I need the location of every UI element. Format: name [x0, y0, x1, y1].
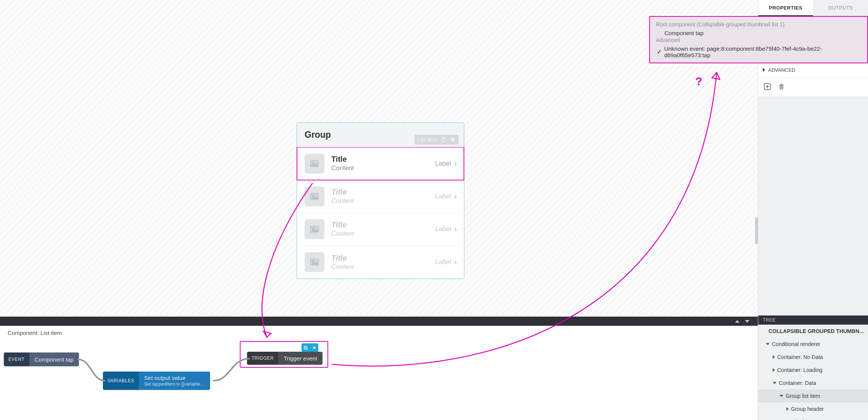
- group-header[interactable]: Group List item: [297, 123, 464, 147]
- node-variables-tag: VARIABLES: [103, 372, 139, 390]
- group-header-tag[interactable]: List item: [414, 135, 459, 145]
- svg-point-10: [312, 261, 314, 262]
- advanced-label: ADVANCED: [768, 67, 795, 73]
- popup-option-label: Component tap: [664, 30, 704, 36]
- trash-icon[interactable]: [778, 83, 785, 92]
- popup-option[interactable]: Component tap: [656, 29, 861, 37]
- svg-point-4: [312, 162, 314, 163]
- tree-row[interactable]: Container: No Data: [758, 351, 868, 364]
- tree-row-label: Container: Loading: [777, 367, 822, 373]
- sidebar-tabs: PROPERTIES OUTPUTS: [758, 0, 868, 16]
- tree-row[interactable]: Group list item: [758, 389, 868, 402]
- svg-point-8: [312, 227, 314, 229]
- tree-row-label: COLLAPSIBLE GROUPED THUMBN…: [769, 328, 865, 334]
- tree-row-label: Group header: [791, 406, 824, 412]
- tree-row-label: Container: Data: [779, 380, 816, 386]
- panel-resize-bar[interactable]: [0, 317, 758, 326]
- tab-outputs[interactable]: OUTPUTS: [813, 0, 868, 16]
- node-variables-line2: Set tappedItem to [[variable…: [144, 381, 205, 387]
- svg-rect-11: [304, 346, 306, 349]
- tree-row-label: Group list item: [786, 393, 820, 399]
- chevron-right-icon: [453, 259, 459, 265]
- design-canvas[interactable]: Group List item Title Content Label: [0, 0, 758, 317]
- popup-option[interactable]: ✓Unknown event: page:8:component:8be75f4…: [656, 45, 861, 59]
- list-item-title: Title: [331, 188, 435, 196]
- node-event-tag: EVENT: [4, 352, 29, 366]
- copy-icon[interactable]: [302, 343, 310, 352]
- svg-rect-12: [305, 347, 307, 349]
- list-item-content: Content: [331, 263, 435, 271]
- thumbnail-placeholder-icon: [305, 187, 324, 206]
- caret-down-icon[interactable]: [766, 343, 770, 345]
- caret-right-icon[interactable]: [773, 355, 775, 359]
- delete-icon[interactable]: [310, 343, 318, 352]
- list-item-content: Content: [331, 197, 435, 205]
- list-item-title: Title: [331, 254, 435, 262]
- tree-header: TREE: [758, 315, 868, 325]
- group-card[interactable]: Group List item Title Content Label: [297, 122, 464, 279]
- tree-row[interactable]: Container: Data: [758, 377, 868, 389]
- node-event-label: Component tap: [35, 356, 74, 363]
- list-item-title: Title: [331, 155, 435, 164]
- event-picker-popup[interactable]: Root component (Collapsible grouped thum…: [649, 16, 868, 63]
- list-item[interactable]: TitleContent Label: [297, 180, 464, 213]
- list-item-label: Label: [435, 160, 451, 167]
- list-item-label: Label: [435, 193, 451, 200]
- node-trigger-actions[interactable]: [302, 343, 318, 352]
- list-item-content: Content: [331, 230, 435, 238]
- properties-toolbar: [758, 78, 868, 97]
- collapse-down-icon[interactable]: [745, 320, 749, 323]
- caret-right-icon[interactable]: [773, 368, 775, 372]
- add-icon[interactable]: [764, 83, 771, 92]
- chevron-right-icon: [453, 227, 459, 232]
- caret-right-icon[interactable]: [786, 407, 789, 411]
- node-variables-line1: Set output value: [144, 375, 205, 381]
- node-trigger-label: Trigger event: [284, 355, 317, 362]
- annotation-question: ?: [695, 75, 702, 88]
- list-item-title: Title: [331, 220, 435, 229]
- chevron-right-icon: [453, 161, 459, 166]
- svg-rect-1: [443, 137, 444, 138]
- tree-row[interactable]: List item: [758, 415, 868, 420]
- chevron-right-icon: [453, 194, 459, 199]
- tree-row[interactable]: COLLAPSIBLE GROUPED THUMBN…: [758, 325, 868, 338]
- sidebar-resize-handle[interactable]: [755, 217, 758, 244]
- node-event[interactable]: EVENT Component tap: [4, 352, 79, 366]
- tree-row[interactable]: Group header: [758, 402, 868, 415]
- node-variables[interactable]: VARIABLES Set output value Set tappedIte…: [103, 372, 210, 390]
- popup-section: Root component (Collapsible grouped thum…: [656, 21, 861, 27]
- collapse-up-icon[interactable]: [735, 320, 740, 323]
- tree-row[interactable]: Conditional renderer: [758, 338, 868, 351]
- tree-row[interactable]: Container: Loading: [758, 364, 868, 377]
- thumbnail-placeholder-icon: [305, 154, 324, 174]
- thumbnail-placeholder-icon: [305, 219, 324, 239]
- advanced-section-toggle[interactable]: ADVANCED: [758, 62, 868, 77]
- tree-row-label: Conditional renderer: [772, 341, 820, 347]
- list-item[interactable]: TitleContent Label: [297, 213, 464, 246]
- popup-section: Advanced: [656, 37, 861, 43]
- list-item-content: Content: [331, 164, 435, 172]
- caret-down-icon[interactable]: [780, 395, 783, 397]
- thumbnail-placeholder-icon: [305, 252, 324, 272]
- group-header-tag-label: List item: [417, 137, 437, 143]
- clipboard-icon[interactable]: [440, 137, 446, 143]
- popup-option-label: Unknown event: page:8:component:8be75f40…: [664, 45, 861, 58]
- logic-panel[interactable]: Component: List item EVENT Component tap…: [0, 326, 758, 420]
- group-title: Group: [305, 130, 331, 140]
- caret-down-icon[interactable]: [773, 382, 777, 384]
- list-item[interactable]: TitleContent Label: [297, 246, 464, 278]
- node-trigger[interactable]: TRIGGER Trigger event: [247, 352, 322, 365]
- node-trigger-tag: TRIGGER: [247, 352, 278, 365]
- list-item-label: Label: [435, 225, 451, 233]
- logic-breadcrumb: Component: List item: [8, 330, 62, 336]
- close-icon[interactable]: [449, 137, 456, 143]
- tree-panel[interactable]: COLLAPSIBLE GROUPED THUMBN…Conditional r…: [758, 325, 868, 420]
- tree-row-label: Container: No Data: [777, 354, 823, 360]
- svg-point-6: [312, 195, 314, 196]
- list-item-label: Label: [435, 258, 451, 266]
- tab-properties[interactable]: PROPERTIES: [758, 0, 813, 16]
- caret-right-icon: [763, 68, 765, 72]
- list-item[interactable]: Title Content Label: [297, 147, 464, 180]
